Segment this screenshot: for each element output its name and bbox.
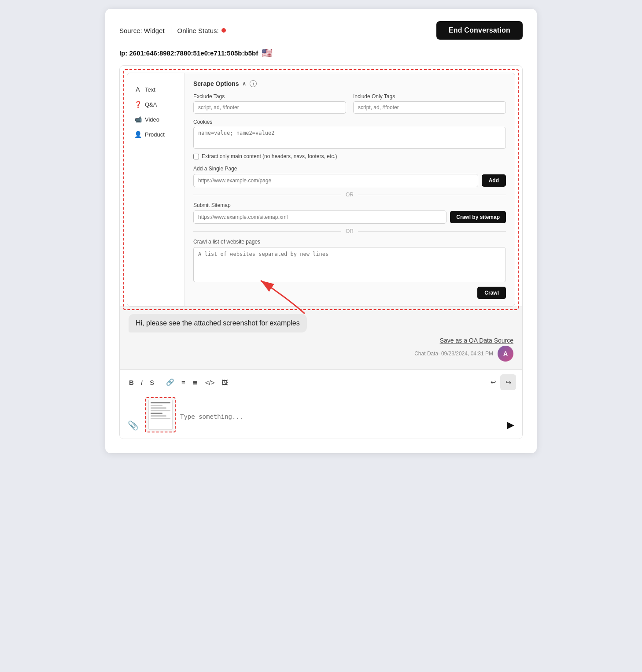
include-only-tags-label: Include Only Tags	[353, 93, 506, 100]
crawl-sitemap-button[interactable]: Crawl by sitemap	[450, 211, 506, 223]
end-conversation-button[interactable]: End Conversation	[436, 21, 523, 40]
header-left: Source: Widget Online Status:	[119, 26, 226, 34]
single-page-input[interactable]	[193, 174, 478, 187]
crawl-list-label: Crawl a list of website pages	[193, 239, 506, 245]
editor-toolbar: B I S 🔗 ≡ ≣ </> 🖼 ↩ ↪	[120, 369, 522, 394]
sitemap-label: Submit Sitemap	[193, 202, 506, 208]
cookies-label: Cookies	[193, 119, 506, 125]
text-nav-icon: A	[134, 86, 141, 93]
extract-checkbox-label: Extract only main content (no headers, n…	[202, 153, 337, 159]
extract-checkbox-row: Extract only main content (no headers, n…	[193, 153, 506, 159]
thumbnail-dashed	[145, 397, 176, 432]
nav-item-text[interactable]: A Text	[127, 82, 184, 97]
chat-area: A Text ❓ Q&A 📹 Video 👤 Product	[119, 65, 523, 439]
or-line-right	[358, 195, 506, 195]
exclude-tags-label: Exclude Tags	[193, 93, 346, 100]
message-actions: Save as a QA Data Source	[129, 337, 513, 344]
crawl-button[interactable]: Crawl	[477, 287, 506, 299]
attach-button[interactable]: 📎	[126, 418, 140, 432]
include-only-tags-group: Include Only Tags	[353, 93, 506, 114]
include-only-tags-input[interactable]	[353, 101, 506, 114]
bullet-list-button[interactable]: ≡	[178, 377, 188, 388]
mini-line-7	[151, 418, 170, 419]
input-area: 📎 ▶	[120, 394, 522, 439]
toolbar-separator-1	[160, 378, 160, 386]
or-divider-2: OR	[193, 228, 506, 234]
add-button[interactable]: Add	[482, 174, 506, 187]
or-line-right-2	[358, 231, 506, 232]
nav-item-text-label: Text	[145, 86, 155, 93]
scrape-options-chevron[interactable]: ∧	[242, 81, 246, 87]
exclude-tags-group: Exclude Tags	[193, 93, 346, 114]
nav-item-product-label: Product	[145, 131, 165, 138]
header-divider	[171, 26, 171, 34]
crawl-btn-row: Crawl	[193, 287, 506, 299]
nav-item-product[interactable]: 👤 Product	[127, 127, 184, 142]
link-button[interactable]: 🔗	[163, 377, 177, 388]
avatar: A	[498, 346, 513, 362]
mini-line-1	[151, 402, 170, 403]
italic-button[interactable]: I	[138, 377, 146, 388]
message-wrap: Hi, please see the attached screenshot f…	[129, 314, 513, 337]
thumbnail-mini	[148, 400, 173, 430]
ip-address: Ip: 2601:646:8982:7880:51e0:e711:505b:b5…	[119, 49, 258, 57]
cookies-textarea[interactable]	[193, 127, 506, 149]
left-nav: A Text ❓ Q&A 📹 Video 👤 Product	[127, 73, 184, 306]
nav-item-video-label: Video	[145, 116, 159, 123]
cookies-group: Cookies	[193, 119, 506, 149]
qa-nav-icon: ❓	[134, 101, 141, 108]
avatar-image: A	[498, 346, 513, 362]
bold-button[interactable]: B	[126, 377, 137, 388]
nav-item-video[interactable]: 📹 Video	[127, 112, 184, 127]
save-qa-link[interactable]: Save as a QA Data Source	[440, 337, 513, 344]
info-icon[interactable]: i	[250, 80, 257, 87]
ip-row: Ip: 2601:646:8982:7880:51e0:e711:505b:b5…	[119, 48, 523, 58]
add-page-row: Add	[193, 174, 506, 187]
scrape-options-header: Scrape Options ∧ i	[193, 80, 506, 87]
send-button[interactable]: ▶	[505, 417, 516, 432]
message-input[interactable]	[180, 413, 501, 432]
source-label: Source: Widget	[119, 27, 165, 34]
mini-line-4	[151, 410, 170, 411]
message-bubble: Hi, please see the attached screenshot f…	[129, 314, 307, 332]
single-page-label: Add a Single Page	[193, 166, 506, 172]
message-section: Hi, please see the attached screenshot f…	[120, 306, 522, 369]
or-line-left	[193, 195, 341, 195]
exclude-tags-input[interactable]	[193, 101, 346, 114]
main-container: Source: Widget Online Status: End Conver…	[105, 9, 537, 453]
online-status-label: Online Status:	[177, 27, 219, 34]
sitemap-input[interactable]	[193, 210, 446, 224]
product-nav-icon: 👤	[134, 131, 141, 138]
extract-checkbox[interactable]	[193, 154, 199, 159]
sitemap-row: Crawl by sitemap	[193, 210, 506, 224]
flag-icon: 🇺🇸	[262, 48, 273, 58]
mini-line-3	[151, 407, 166, 409]
screenshot-panel: A Text ❓ Q&A 📹 Video 👤 Product	[127, 73, 515, 306]
tags-row: Exclude Tags Include Only Tags	[193, 93, 506, 114]
mini-line-5	[151, 413, 162, 414]
message-timestamp: Chat Data· 09/23/2024, 04:31 PM	[414, 351, 493, 357]
or-text-2: OR	[346, 228, 354, 234]
mini-line-6	[151, 415, 166, 417]
strikethrough-button[interactable]: S	[147, 377, 157, 388]
image-button[interactable]: 🖼	[218, 377, 231, 388]
message-meta: Chat Data· 09/23/2024, 04:31 PM A	[129, 346, 513, 362]
undo-button[interactable]: ↩	[487, 377, 499, 388]
redo-send-button[interactable]: ↪	[500, 374, 516, 390]
or-divider-1: OR	[193, 192, 506, 198]
or-line-left-2	[193, 231, 341, 232]
mini-line-2	[151, 405, 162, 406]
or-text-1: OR	[346, 192, 354, 198]
nav-item-qa[interactable]: ❓ Q&A	[127, 97, 184, 112]
nav-item-qa-label: Q&A	[145, 101, 157, 108]
scrape-options-title: Scrape Options	[193, 80, 239, 87]
numbered-list-button[interactable]: ≣	[189, 377, 201, 388]
header-bar: Source: Widget Online Status: End Conver…	[119, 21, 523, 40]
crawl-list-textarea[interactable]	[193, 247, 506, 282]
right-content: Scrape Options ∧ i Exclude Tags Include …	[184, 73, 515, 306]
online-dot	[221, 28, 226, 33]
thumbnail-wrap	[145, 397, 176, 432]
code-button[interactable]: </>	[202, 377, 218, 388]
video-nav-icon: 📹	[134, 116, 141, 123]
